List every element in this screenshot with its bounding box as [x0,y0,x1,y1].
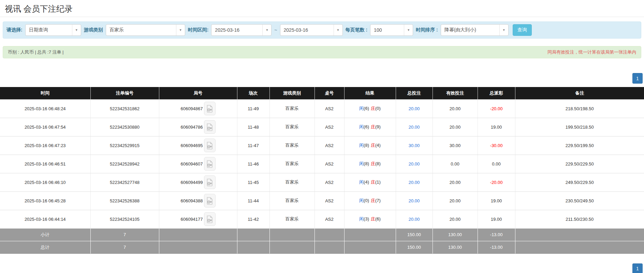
video-replay-button[interactable] [204,194,216,207]
cell-result: 闲(3)庄(6) [344,210,396,228]
sort-value: 降幂(由大到小) [441,25,499,35]
game-type-value: 百家乐 [106,25,176,35]
round-number: 606094388 [180,198,203,203]
cell-bet-id: 522342530880 [90,118,159,136]
header-round: 局号 [159,87,237,99]
video-replay-button[interactable] [204,175,216,189]
chevron-down-icon: ▼ [404,25,413,35]
video-replay-icon [206,197,213,205]
cell-remark: 229.50/229.50 [515,155,644,173]
total-bet-link[interactable]: 30.00 [409,143,420,148]
cell-valid-bet: 20.00 [433,173,478,191]
table-header-row: 时间 注单编号 局号 场次 游戏类别 桌号 结果 总投注 有效投注 总派彩 备注 [0,87,644,99]
pagination-bottom: 1 [0,254,644,273]
cell-bet-id: 522342527748 [90,173,159,191]
cell-game-type: 百家乐 [269,99,314,118]
cell-round: 606094177 [159,210,237,228]
player-result-label: 闲 [359,198,364,203]
cell-table-no: AS2 [314,173,344,191]
cell-time: 2025-03-16 06:45:28 [0,191,90,210]
banker-result-label: 庄 [371,216,375,221]
query-type-select[interactable]: 日期查询 ▼ [25,24,81,36]
total-bet-link[interactable]: 20.00 [409,198,420,203]
cell-round: 606094786 [159,118,237,136]
summary-note: 同局有效投注，统一计算在该局第一张注单内 [547,49,636,55]
date-from-select[interactable]: 2025-03-16 ▼ [211,24,272,36]
cell-total-bet: 20.00 [396,99,433,118]
query-button[interactable]: 查询 [513,24,532,36]
round-number: 606094867 [180,106,203,111]
date-to-select[interactable]: 2025-03-16 ▼ [280,24,343,36]
cell-game-type: 百家乐 [269,155,314,173]
cell-bet-id: 522342526388 [90,191,159,210]
sort-select[interactable]: 降幂(由大到小) ▼ [441,24,509,36]
video-replay-button[interactable] [204,139,216,152]
per-page-value: 100 [370,25,404,35]
table-body: 2025-03-16 06:48:24 522342531862 6060948… [0,99,644,228]
cell-valid-bet: 20.00 [433,118,478,136]
total-bet-link[interactable]: 20.00 [409,106,420,111]
cell-game-type: 百家乐 [269,191,314,210]
round-number: 606094607 [180,161,203,167]
video-replay-button[interactable] [204,157,216,171]
total-label: 总计 [0,241,90,254]
video-replay-button[interactable] [204,120,216,134]
page-1-button[interactable]: 1 [632,263,643,273]
cell-payout: -20.00 [478,173,515,191]
banker-result-score: (7) [375,198,381,203]
total-bet-link[interactable]: 20.00 [409,217,420,222]
cell-round: 606094607 [159,155,237,173]
video-replay-icon [206,178,213,186]
header-remark: 备注 [515,87,644,99]
chevron-down-icon: ▼ [334,25,342,35]
cell-table-no: AS2 [314,99,344,118]
cell-total-bet: 20.00 [396,191,433,210]
cell-result: 闲(0)庄(7) [344,191,396,210]
cell-table-no: AS2 [314,155,344,173]
cell-session: 11-47 [237,136,269,155]
banker-result-score: (8) [375,161,381,166]
summary-bar: 币别 : 人民币 | 总共 :7 注单 | 同局有效投注，统一计算在该局第一张注… [3,46,641,58]
cell-time: 2025-03-16 06:48:24 [0,99,90,118]
total-payout: -13.00 [478,241,515,254]
cell-session: 11-49 [237,99,269,118]
cell-remark: 199.50/218.50 [515,118,644,136]
cell-valid-bet: 20.00 [433,99,478,118]
chevron-down-icon: ▼ [176,25,185,35]
player-result-score: (3) [364,216,369,221]
video-replay-button[interactable] [204,102,216,115]
per-page-select[interactable]: 100 ▼ [370,24,413,36]
cell-payout: 19.00 [478,191,515,210]
cell-bet-id: 522342528942 [90,155,159,173]
player-result-label: 闲 [359,161,364,166]
cell-table-no: AS2 [314,191,344,210]
total-bet-link[interactable]: 20.00 [409,125,420,130]
pagination-top: 1 [0,58,644,87]
cell-game-type: 百家乐 [269,118,314,136]
cell-bet-id: 522342529915 [90,136,159,155]
cell-round: 606094388 [159,191,237,210]
round-number: 606094177 [180,217,203,222]
game-type-select[interactable]: 百家乐 ▼ [106,24,185,36]
cell-valid-bet: 20.00 [433,210,478,228]
table-row: 2025-03-16 06:48:24 522342531862 6060948… [0,99,644,118]
header-time: 时间 [0,87,90,99]
page-1-button[interactable]: 1 [632,73,643,84]
player-result-score: (8) [364,161,369,166]
total-bet-link[interactable]: 20.00 [409,161,420,167]
video-replay-icon [206,142,213,149]
total-bet-link[interactable]: 20.00 [409,180,420,185]
banker-result-label: 庄 [371,198,375,203]
range-tilde: ~ [274,27,277,33]
video-replay-button[interactable] [204,212,216,226]
header-total-bet: 总投注 [396,87,433,99]
video-replay-icon [206,160,213,168]
total-total-bet: 150.00 [396,241,433,254]
table-row: 2025-03-16 06:45:28 522342526388 6060943… [0,191,644,210]
cell-remark: 229.50/199.50 [515,136,644,155]
cell-bet-id: 522342531862 [90,99,159,118]
table-row: 2025-03-16 06:47:23 522342529915 6060946… [0,136,644,155]
cell-result: 闲(6)庄(9) [344,118,396,136]
cell-remark: 211.50/230.50 [515,210,644,228]
banker-result-label: 庄 [371,143,375,148]
